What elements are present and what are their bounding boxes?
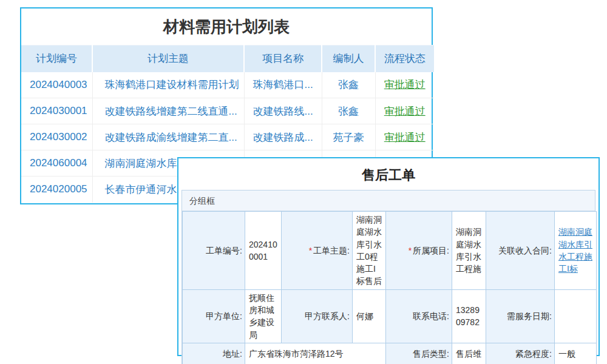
address-value: 广东省珠海市菏泽路12号	[245, 343, 386, 364]
creator-cell: 苑子豪	[322, 124, 375, 150]
work-order-form-table: 工单编号: 2024100001 *工单主题: 湖南洞庭湖水库引水工0程施工I标…	[182, 211, 597, 364]
table-row: 2024030001 改建铁路线增建第二线直通... 改建铁路线... 张鑫 审…	[21, 98, 434, 124]
subject-label: *工单主题:	[282, 212, 353, 290]
party-a-contact-label: 甲方联系人:	[282, 289, 353, 343]
plan-no-cell[interactable]: 2024040003	[21, 72, 92, 98]
party-a-unit-label: 甲方单位:	[183, 289, 245, 343]
table-row: 2024030002 改建铁路成渝线增建第二直... 改建铁路成... 苑子豪 …	[21, 124, 434, 150]
urgency-value: 一般	[555, 343, 597, 364]
income-contract-link[interactable]: 湖南洞庭湖水库引水工程施工I标	[558, 227, 592, 274]
required-asterisk: *	[409, 246, 412, 255]
service-date-value	[555, 289, 597, 343]
status-link[interactable]: 审批通过	[384, 79, 426, 90]
form-row-1: 工单编号: 2024100001 *工单主题: 湖南洞庭湖水库引水工0程施工I标…	[183, 212, 597, 290]
table-row: 2024040003 珠海鹤港口建设材料需用计划 珠海鹤港口... 张鑫 审批通…	[21, 72, 434, 98]
plan-subject-cell[interactable]: 改建铁路线增建第二线直通...	[92, 98, 244, 124]
creator-cell: 张鑫	[322, 72, 375, 98]
plan-no-cell[interactable]: 2024030002	[21, 124, 92, 150]
group-box: 分组框 工单编号: 2024100001 *工单主题: 湖南洞庭湖水库引水工0程…	[181, 190, 595, 364]
plan-no-cell[interactable]: 2024030001	[21, 98, 92, 124]
table-header-row: 计划编号 计划主题 项目名称 编制人 流程状态	[21, 46, 434, 72]
subject-value: 湖南洞庭湖水库引水工0程施工I标售后	[353, 212, 386, 290]
work-order-title: 售后工单	[178, 158, 599, 190]
aftersales-type-value: 售后维	[452, 343, 486, 364]
phone-value: 1328909782	[452, 289, 486, 343]
status-link[interactable]: 审批通过	[384, 106, 426, 117]
column-header-project: 项目名称	[244, 46, 322, 72]
urgency-label: 紧急程度:	[486, 343, 555, 364]
required-asterisk: *	[309, 246, 312, 255]
service-date-label: 需服务日期:	[486, 289, 555, 343]
after-sales-work-order-window: 售后工单 分组框 工单编号: 2024100001 *工单主题: 湖南洞庭湖水库…	[177, 157, 600, 356]
form-row-2: 甲方单位: 抚顺住房和城乡建设局 甲方联系人: 何娜 联系电话: 1328909…	[183, 289, 597, 343]
order-no-value: 2024100001	[245, 212, 282, 290]
project-label: *所属项目:	[386, 212, 452, 290]
plan-no-cell[interactable]: 2024020005	[21, 177, 92, 203]
phone-label: 联系电话:	[386, 289, 452, 343]
column-header-plan-no: 计划编号	[21, 46, 92, 72]
plan-subject-cell[interactable]: 珠海鹤港口建设材料需用计划	[92, 72, 244, 98]
income-contract-label: 关联收入合同:	[486, 212, 555, 290]
party-a-contact-value: 何娜	[353, 289, 386, 343]
project-name-cell: 珠海鹤港口...	[244, 72, 322, 98]
group-box-label: 分组框	[182, 190, 595, 211]
plan-subject-cell[interactable]: 改建铁路成渝线增建第二直...	[92, 124, 244, 150]
creator-cell: 张鑫	[322, 98, 375, 124]
plan-no-cell[interactable]: 2024060004	[21, 150, 92, 177]
project-name-cell: 改建铁路线...	[244, 98, 322, 124]
column-header-status: 流程状态	[375, 46, 434, 72]
order-no-label: 工单编号:	[183, 212, 245, 290]
aftersales-type-label: 售后类型:	[386, 343, 452, 364]
form-row-3: 地址: 广东省珠海市菏泽路12号 售后类型: 售后维 紧急程度: 一般	[183, 343, 597, 364]
status-link[interactable]: 审批通过	[384, 132, 426, 143]
page-title: 材料需用计划列表	[21, 8, 432, 45]
project-name-cell: 改建铁路成...	[244, 124, 322, 150]
address-label: 地址:	[183, 343, 245, 364]
column-header-subject: 计划主题	[92, 46, 244, 72]
column-header-creator: 编制人	[322, 46, 375, 72]
project-value: 湖南洞庭湖水库引水工程施	[452, 212, 486, 290]
party-a-unit-value: 抚顺住房和城乡建设局	[245, 289, 282, 343]
